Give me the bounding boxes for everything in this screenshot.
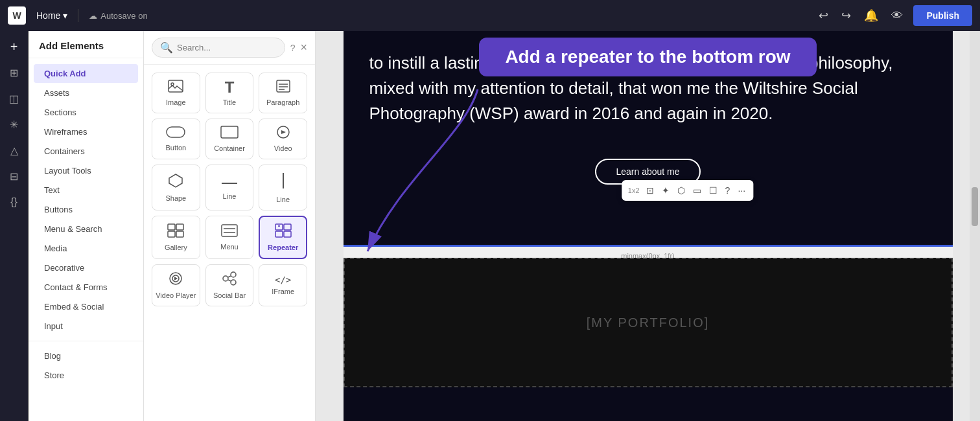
- notifications-button[interactable]: 🔔: [861, 6, 881, 25]
- nav-item-layout-tools[interactable]: Layout Tools: [34, 161, 138, 180]
- canvas-content: to instill a lasting feeling that transc…: [344, 31, 953, 146]
- svg-marker-9: [281, 130, 286, 134]
- element-line-v[interactable]: Line: [259, 165, 307, 210]
- icon-sidebar: + ⊞ ◫ ✳ △ ⊟ {}: [0, 31, 29, 421]
- nav-item-wireframes[interactable]: Wireframes: [34, 122, 138, 141]
- element-shape[interactable]: Shape: [152, 165, 200, 210]
- social-bar-icon: [221, 271, 238, 288]
- svg-rect-22: [284, 231, 291, 237]
- scrollbar-thumb[interactable]: [972, 187, 978, 226]
- topbar-right: ↩ ↪ 🔔 👁 Publish: [816, 5, 972, 26]
- panel-nav: Quick Add Assets Sections Wireframes Con…: [29, 58, 143, 421]
- nav-item-media[interactable]: Media: [34, 239, 138, 258]
- element-paragraph[interactable]: Paragraph: [259, 73, 307, 113]
- toolbar-more-icon[interactable]: ···: [736, 184, 747, 197]
- iframe-icon: </>: [275, 275, 291, 284]
- paragraph-label: Paragraph: [266, 98, 299, 106]
- element-repeater[interactable]: Repeater: [259, 216, 307, 259]
- element-button[interactable]: Button: [152, 119, 200, 159]
- toolbar-frame-icon[interactable]: ▭: [692, 184, 703, 197]
- repeater-icon: [275, 223, 292, 240]
- nav-item-blog[interactable]: Blog: [34, 347, 138, 365]
- nav-item-buttons[interactable]: Buttons: [34, 200, 138, 219]
- svg-rect-0: [169, 80, 183, 92]
- element-line-h[interactable]: Line: [205, 165, 254, 210]
- repeater-label: Repeater: [268, 244, 298, 251]
- nav-item-menu-search[interactable]: Menu & Search: [34, 220, 138, 238]
- container-label: Container: [214, 144, 245, 152]
- redo-button[interactable]: ↪: [839, 6, 854, 25]
- toolbar-bucket-icon[interactable]: ⬡: [676, 184, 686, 197]
- toolbar-help-icon[interactable]: ?: [724, 184, 732, 197]
- svg-line-31: [228, 276, 231, 277]
- search-icon: 🔍: [160, 41, 173, 54]
- video-player-icon: [167, 271, 184, 288]
- menu-icon: [221, 224, 238, 240]
- toolbar-grid-icon[interactable]: ⊡: [645, 184, 655, 197]
- search-input-wrap[interactable]: 🔍: [152, 38, 285, 58]
- nav-item-decorative[interactable]: Decorative: [34, 258, 138, 277]
- element-social-bar[interactable]: Social Bar: [205, 264, 254, 306]
- nav-item-assets[interactable]: Assets: [34, 84, 138, 102]
- topbar-divider: [78, 9, 78, 22]
- video-icon: [275, 126, 292, 141]
- image-icon: [168, 80, 183, 95]
- autosave-label: Autosave on: [100, 11, 147, 21]
- nav-item-embed-social[interactable]: Embed & Social: [34, 297, 138, 316]
- svg-rect-7: [221, 126, 238, 138]
- undo-button[interactable]: ↩: [816, 6, 831, 25]
- nav-item-contact-forms[interactable]: Contact & Forms: [34, 278, 138, 297]
- container-icon: [220, 126, 239, 141]
- publish-button[interactable]: Publish: [913, 5, 972, 26]
- nav-item-store[interactable]: Store: [34, 366, 138, 385]
- svg-rect-6: [167, 127, 185, 137]
- media-button[interactable]: △: [4, 140, 25, 161]
- toolbar-star-icon[interactable]: ✦: [660, 184, 671, 197]
- scrollbar[interactable]: [970, 31, 980, 421]
- element-title[interactable]: T Title: [205, 73, 254, 113]
- shape-label: Shape: [165, 194, 186, 202]
- close-icon[interactable]: ×: [300, 41, 307, 54]
- search-input[interactable]: [177, 43, 277, 52]
- element-iframe[interactable]: </> IFrame: [259, 264, 307, 306]
- svg-rect-15: [176, 231, 183, 237]
- gallery-icon: [167, 223, 184, 240]
- nav-item-input[interactable]: Input: [34, 317, 138, 336]
- logo-text: W: [12, 10, 21, 21]
- nav-item-sections[interactable]: Sections: [34, 103, 138, 122]
- nav-item-text[interactable]: Text: [34, 181, 138, 199]
- site-button[interactable]: ◫: [4, 88, 25, 109]
- preview-button[interactable]: 👁: [889, 6, 905, 25]
- video-label: Video: [274, 144, 292, 152]
- nav-item-quick-add[interactable]: Quick Add: [34, 64, 138, 83]
- help-icon[interactable]: ?: [290, 43, 296, 53]
- svg-rect-20: [284, 224, 291, 230]
- nav-item-containers[interactable]: Containers: [34, 142, 138, 161]
- element-gallery[interactable]: Gallery: [152, 216, 200, 259]
- blocks-button[interactable]: ⊟: [4, 166, 25, 187]
- svg-point-28: [223, 276, 228, 281]
- floating-toolbar: 1x2 ⊡ ✦ ⬡ ▭ ☐ ? ···: [622, 180, 753, 201]
- home-menu[interactable]: Home ▾: [36, 10, 67, 21]
- iframe-label: IFrame: [272, 288, 294, 295]
- element-image[interactable]: Image: [152, 73, 200, 113]
- canvas-body-text: to instill a lasting feeling that transc…: [369, 51, 927, 126]
- toolbar-speech-icon[interactable]: ☐: [708, 184, 719, 197]
- svg-marker-27: [174, 277, 178, 280]
- elements-grid: Image T Title Paragraph: [144, 65, 315, 421]
- element-video[interactable]: Video: [259, 119, 307, 159]
- element-container[interactable]: Container: [205, 119, 254, 159]
- elements-grid-panel: 🔍 ? × Image T Title: [144, 31, 316, 421]
- svg-rect-21: [275, 231, 283, 237]
- button-label: Button: [165, 144, 186, 152]
- video-player-label: Video Player: [156, 291, 196, 299]
- element-menu[interactable]: Menu: [205, 216, 254, 259]
- element-video-player[interactable]: Video Player: [152, 264, 200, 306]
- settings-icon[interactable]: {}: [4, 192, 25, 212]
- logo[interactable]: W: [8, 6, 26, 25]
- add-elements-button[interactable]: +: [4, 36, 25, 57]
- apps-button[interactable]: ✳: [4, 114, 25, 135]
- svg-point-30: [231, 280, 236, 285]
- pages-button[interactable]: ⊞: [4, 62, 25, 83]
- line-h-label: Line: [223, 192, 237, 200]
